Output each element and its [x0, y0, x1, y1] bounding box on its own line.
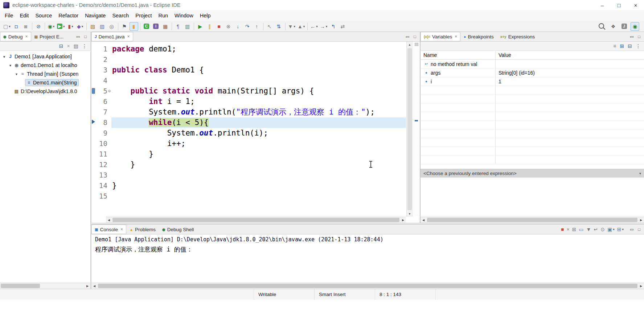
- code-line-13[interactable]: 13: [96, 170, 406, 180]
- scroll-left-button[interactable]: ◀: [421, 217, 426, 223]
- terminate-button[interactable]: ■: [560, 226, 565, 232]
- external-tools-button[interactable]: ◆▾: [76, 22, 85, 31]
- last-edit-location-button[interactable]: ↰: [329, 22, 337, 31]
- fold-marker-icon[interactable]: ⊖: [107, 86, 111, 96]
- scroll-up-button[interactable]: ▲: [407, 42, 413, 47]
- maximize-view-button[interactable]: □: [638, 227, 640, 232]
- code-text[interactable]: }: [111, 159, 406, 170]
- previous-annotation-button[interactable]: ▲▾: [297, 22, 305, 31]
- code-text[interactable]: public static void main(String[] args) {: [111, 86, 406, 96]
- variables-hscrollbar[interactable]: ◀ ▶: [421, 217, 644, 223]
- debug-button[interactable]: ◉▾: [47, 22, 56, 31]
- menu-navigate[interactable]: Navigate: [82, 11, 109, 20]
- task-flag-button[interactable]: ⚑: [120, 22, 129, 31]
- view-menu-button[interactable]: ⋮: [81, 43, 88, 49]
- debug-tree-item[interactable]: ▾◉demo1.Demo1 at localho: [0, 61, 90, 70]
- tree-expanded-icon[interactable]: ▾: [14, 72, 19, 76]
- code-text[interactable]: i++;: [111, 138, 406, 149]
- code-text[interactable]: }: [111, 149, 406, 159]
- disconnect-button[interactable]: ⊗: [224, 22, 233, 31]
- menu-run[interactable]: Run: [155, 11, 171, 20]
- code-text[interactable]: public class Demo1 {: [111, 65, 406, 75]
- next-annotation-button[interactable]: ▼▾: [287, 22, 296, 31]
- menu-refactor[interactable]: Refactor: [55, 11, 82, 20]
- variable-row[interactable]: ●argsString[0] (id=16): [421, 68, 644, 77]
- maximize-view-button[interactable]: □: [414, 34, 416, 39]
- tree-expanded-icon[interactable]: ▾: [8, 63, 13, 67]
- tree-expanded-icon[interactable]: ▾: [1, 55, 7, 59]
- code-line-7[interactable]: 7 System.out.println("程序调试演示，注意观察 i 的值："…: [96, 107, 406, 117]
- use-step-filters-button[interactable]: ⇅: [275, 22, 283, 31]
- window-close-button[interactable]: ×: [627, 0, 644, 10]
- java-perspective-button[interactable]: J: [620, 22, 628, 31]
- close-icon[interactable]: ×: [455, 34, 457, 39]
- minimize-view-button[interactable]: ▭: [630, 227, 633, 232]
- remove-all-terminated-button[interactable]: ×: [66, 43, 71, 49]
- new-wizard-button[interactable]: ▢▾: [3, 22, 11, 31]
- variable-row[interactable]: ↩no method return val: [421, 60, 644, 68]
- tab-project-e-[interactable]: ▤Project E...: [31, 32, 67, 41]
- code-line-12[interactable]: 12 }: [96, 159, 406, 170]
- save-all-button[interactable]: ◙: [21, 22, 30, 31]
- open-type-button[interactable]: ▨: [98, 22, 107, 31]
- resume-button[interactable]: ▶: [196, 22, 205, 31]
- tab-console[interactable]: ▣Console×: [91, 225, 126, 234]
- drop-to-frame-button[interactable]: ↖: [265, 22, 274, 31]
- terminate-button[interactable]: ■: [215, 22, 223, 31]
- collapse-all-button[interactable]: ⊟: [627, 43, 633, 49]
- scrollbar-thumb[interactable]: [407, 48, 412, 210]
- window-maximize-button[interactable]: □: [611, 0, 627, 10]
- code-text[interactable]: [111, 191, 406, 201]
- editor-hscrollbar[interactable]: ◀ ▶: [106, 217, 406, 223]
- code-text[interactable]: System.out.println("程序调试演示，注意观察 i 的值：");: [111, 107, 406, 117]
- step-over-button[interactable]: ↷: [243, 22, 252, 31]
- code-line-8[interactable]: 8 while(i < 5){: [96, 117, 406, 128]
- code-line-9[interactable]: 9 System.out.println(i);: [96, 128, 406, 138]
- forward-button[interactable]: →▾: [319, 22, 328, 31]
- display-selected-console-button[interactable]: ▣▾: [607, 226, 615, 232]
- scroll-right-button[interactable]: ▶: [638, 217, 644, 223]
- code-line-14[interactable]: 14}: [96, 180, 406, 191]
- scroll-right-button[interactable]: ▶: [400, 217, 406, 223]
- code-line-10[interactable]: 10 i++;: [96, 138, 406, 149]
- code-area[interactable]: 1package demo1;23public class Demo1 {45⊖…: [96, 42, 406, 217]
- mark-occurrences-button[interactable]: ▮: [130, 22, 138, 31]
- back-button[interactable]: ←▾: [309, 22, 319, 31]
- editor-vscrollbar[interactable]: ▲ ▼: [406, 42, 413, 217]
- debug-tree-item[interactable]: ▾≈Thread [main] (Suspen: [0, 70, 90, 78]
- scroll-lock-button[interactable]: ▼: [586, 226, 592, 232]
- debug-tree-item[interactable]: ▤D:\Develop\Java\jdk1.8.0: [0, 87, 90, 96]
- pin-console-button[interactable]: ⊙: [600, 226, 606, 232]
- code-text[interactable]: [111, 54, 406, 65]
- new-interface-button[interactable]: I: [152, 22, 160, 31]
- console-output[interactable]: Demo1 [Java Application] D:\Develop\Java…: [91, 234, 644, 283]
- column-header-name[interactable]: Name: [421, 52, 495, 58]
- debug-tree-item[interactable]: ≡Demo1.main(String: [0, 78, 90, 87]
- variable-row[interactable]: ●i1: [421, 77, 644, 86]
- code-line-4[interactable]: 4: [96, 75, 406, 86]
- view-menu-button[interactable]: ⋮: [635, 43, 641, 49]
- remove-launch-button[interactable]: ×: [566, 226, 570, 232]
- step-return-button[interactable]: ↑: [253, 22, 261, 31]
- new-class-button[interactable]: C: [142, 22, 151, 31]
- code-text[interactable]: [111, 75, 406, 86]
- chevron-down-icon[interactable]: ▾: [639, 171, 641, 175]
- minimize-view-button[interactable]: ▭: [406, 34, 409, 39]
- coverage-button[interactable]: ▮▾: [66, 22, 75, 31]
- code-text[interactable]: }: [111, 180, 406, 191]
- tab-demo1-java[interactable]: JDemo1.java×: [91, 32, 133, 41]
- code-line-2[interactable]: 2: [96, 54, 406, 65]
- maximize-view-button[interactable]: □: [84, 34, 87, 39]
- code-text[interactable]: package demo1;: [111, 44, 406, 54]
- step-into-button[interactable]: ↓: [234, 22, 242, 31]
- tab-variables[interactable]: (x)=Variables×: [421, 32, 460, 41]
- menu-project[interactable]: Project: [132, 11, 155, 20]
- new-package-button[interactable]: ▦: [161, 22, 170, 31]
- link-with-editor-button[interactable]: ⇄: [338, 22, 347, 31]
- column-header-value[interactable]: Value: [495, 51, 644, 59]
- clear-console-button[interactable]: ▭: [578, 226, 584, 232]
- tab-breakpoints[interactable]: ●Breakpoints: [460, 32, 497, 41]
- remove-all-terminated-button[interactable]: ⊠: [571, 226, 577, 232]
- show-whitespace-button[interactable]: ¶: [174, 22, 182, 31]
- open-perspective-button[interactable]: ❖: [609, 22, 618, 31]
